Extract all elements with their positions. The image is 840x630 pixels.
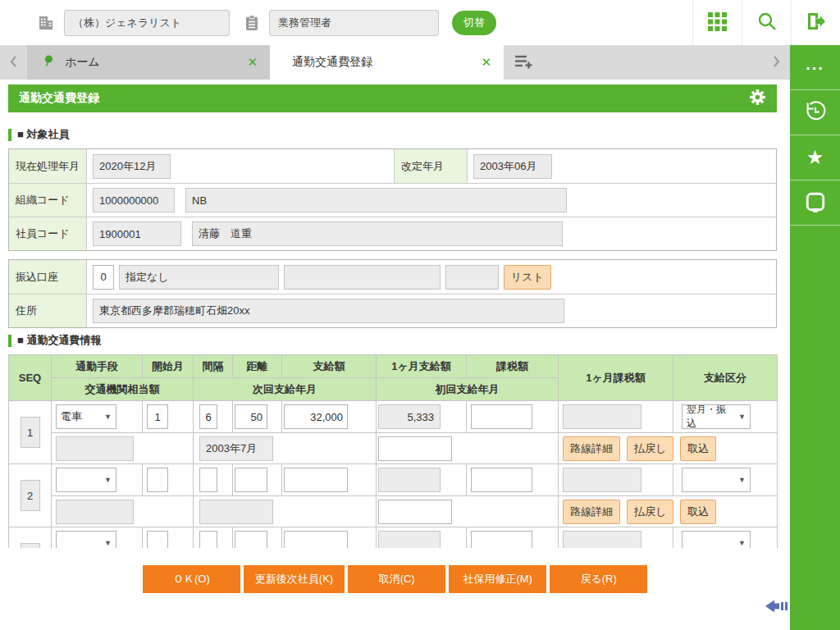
interval-input[interactable] xyxy=(199,531,217,548)
history-icon xyxy=(804,100,827,126)
role-select[interactable]: 業務管理者 xyxy=(269,10,439,36)
back-button[interactable]: 戻る(R) xyxy=(550,565,647,593)
refund-button[interactable]: 払戻し xyxy=(627,436,673,461)
import-button[interactable]: 取込 xyxy=(680,436,716,461)
pin-icon xyxy=(43,55,54,70)
add-tab-icon xyxy=(514,53,532,71)
revision-ym-label: 改定年月 xyxy=(394,149,468,183)
search-button[interactable] xyxy=(742,0,791,45)
app-grid-button[interactable] xyxy=(692,0,742,45)
equivalent-field xyxy=(56,500,134,524)
collapse-arrow-icon[interactable] xyxy=(765,598,788,617)
monthly-amount-field xyxy=(378,468,441,492)
tray-button[interactable] xyxy=(790,180,840,226)
account-name-field: 指定なし xyxy=(119,265,279,290)
chevron-left-icon xyxy=(10,56,17,70)
amount-input[interactable] xyxy=(284,531,348,548)
payment-type-select[interactable]: ▼ xyxy=(682,468,751,492)
col-next-payment: 次回支給年月 xyxy=(194,378,377,401)
distance-input[interactable] xyxy=(235,468,267,492)
page-header: 通勤交通費登録 xyxy=(8,84,777,112)
col-method: 通勤手段 xyxy=(52,355,143,378)
tab-home[interactable]: ホーム ✕ xyxy=(27,45,270,80)
clipboard-icon xyxy=(244,15,259,31)
first-payment-input[interactable] xyxy=(378,500,452,524)
distance-input[interactable]: 50 xyxy=(235,404,267,429)
start-month-input[interactable] xyxy=(147,468,168,492)
amount-input[interactable] xyxy=(284,468,348,492)
logout-button[interactable] xyxy=(791,0,840,45)
shaho-fix-button[interactable]: 社保用修正(M) xyxy=(449,565,546,593)
more-button[interactable]: ... xyxy=(790,45,840,90)
address-field: 東京都西多摩郡瑞穂町石畑20xx xyxy=(93,299,564,323)
commute-method-select[interactable]: 電車▼ xyxy=(56,404,116,429)
seq-number: 1 xyxy=(21,417,40,448)
gear-icon[interactable] xyxy=(749,89,766,108)
start-month-input[interactable]: 1 xyxy=(147,404,168,429)
monthly-taxable-field xyxy=(563,531,641,548)
tabs-scroll-left-button[interactable] xyxy=(0,45,27,80)
close-icon[interactable]: ✕ xyxy=(478,55,494,70)
monthly-amount-field: 5,333 xyxy=(378,404,441,429)
start-month-input[interactable] xyxy=(147,531,168,548)
dropdown-arrow-icon: ▼ xyxy=(738,413,746,421)
company-select[interactable]: （株）ジェネラリスト xyxy=(64,10,230,36)
form-row-processing-ym: 現在処理年月 2020年12月 改定年月 2003年06月 xyxy=(9,149,776,183)
switch-button[interactable]: 切替 xyxy=(452,11,496,35)
update-next-employee-button[interactable]: 更新後次社員(K) xyxy=(244,565,345,593)
equivalent-field xyxy=(56,436,134,461)
add-tab-button[interactable] xyxy=(504,45,543,80)
taxable-input[interactable] xyxy=(471,468,532,492)
tab-home-label: ホーム xyxy=(65,55,244,70)
favorites-button[interactable]: ★ xyxy=(790,135,840,180)
bank-account-label: 振込口座 xyxy=(9,260,87,294)
dropdown-arrow-icon: ▼ xyxy=(104,539,112,547)
logout-icon xyxy=(806,11,827,34)
dropdown-arrow-icon: ▼ xyxy=(738,539,746,547)
section-target-employee-label: ■ 対象社員 xyxy=(17,127,69,142)
col-taxable: 課税額 xyxy=(467,355,559,378)
processing-ym-field: 2020年12月 xyxy=(93,154,171,179)
col-first-payment: 初回支給年月 xyxy=(377,378,559,401)
tray-icon xyxy=(805,191,826,215)
payment-type-select[interactable]: ▼ xyxy=(682,531,751,548)
col-monthly-amount: 1ヶ月支給額 xyxy=(377,355,467,378)
tab-commute-registration[interactable]: 通勤交通費登録 ✕ xyxy=(270,45,504,80)
col-distance: 距離 xyxy=(233,355,282,378)
first-payment-input[interactable] xyxy=(378,436,452,461)
payment-type-select[interactable]: 翌月・振込▼ xyxy=(682,404,751,429)
route-detail-button[interactable]: 路線詳細 xyxy=(563,436,620,461)
col-monthly-taxable: 1ヶ月課税額 xyxy=(559,355,673,401)
tab-active-label: 通勤交通費登録 xyxy=(292,55,478,70)
refund-button[interactable]: 払戻し xyxy=(627,500,673,524)
taxable-input[interactable] xyxy=(471,404,532,429)
history-button[interactable] xyxy=(790,90,840,135)
interval-input[interactable] xyxy=(199,468,217,492)
chevron-right-icon xyxy=(773,56,780,70)
search-icon xyxy=(756,11,778,34)
commute-method-select[interactable]: ▼ xyxy=(56,468,116,492)
tabs-scroll-right-button[interactable] xyxy=(763,45,790,80)
distance-input[interactable] xyxy=(235,531,267,548)
col-equivalent: 交通機関相当額 xyxy=(52,378,194,401)
commute-method-select[interactable]: ▼ xyxy=(56,531,116,548)
org-code-label: 組織コード xyxy=(9,184,87,217)
taxable-input[interactable] xyxy=(471,531,532,548)
table-row: 路線詳細 払戻し 取込 xyxy=(9,496,778,527)
building-icon xyxy=(38,15,54,31)
table-row: 2 ▼ ▼ xyxy=(9,464,778,496)
amount-input[interactable]: 32,000 xyxy=(284,404,348,429)
account-extra-field-1 xyxy=(284,265,441,290)
more-icon: ... xyxy=(806,60,824,75)
ok-button[interactable]: ＯＫ(O) xyxy=(143,565,240,593)
col-payment-type: 支給区分 xyxy=(673,355,778,401)
account-list-button[interactable]: リスト xyxy=(504,265,551,290)
import-button[interactable]: 取込 xyxy=(680,500,716,524)
account-form: 振込口座 0 指定なし リスト 住所 東京都西多摩郡瑞穂町石畑20xx xyxy=(8,259,777,328)
close-icon[interactable]: ✕ xyxy=(244,55,260,70)
account-no-input[interactable]: 0 xyxy=(93,265,114,290)
col-interval: 間隔 xyxy=(194,355,233,378)
cancel-button[interactable]: 取消(C) xyxy=(348,565,445,593)
route-detail-button[interactable]: 路線詳細 xyxy=(563,500,620,524)
interval-input[interactable]: 6 xyxy=(199,404,217,429)
